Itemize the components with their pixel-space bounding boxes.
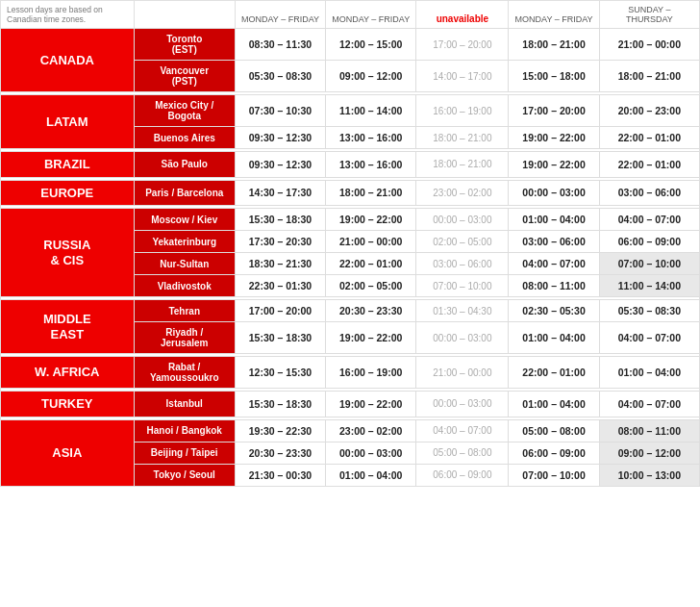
- time-t2: 19:00 – 22:00: [326, 392, 416, 417]
- time-t3: 19:00 – 22:00: [509, 152, 599, 178]
- time-t3: 08:00 – 11:00: [509, 275, 599, 297]
- city-cell: Nur-Sultan: [134, 253, 235, 275]
- time-t4: 04:00 – 07:00: [599, 209, 699, 231]
- time-t3: 02:30 – 05:30: [509, 300, 599, 322]
- time-t4: 09:00 – 12:00: [599, 442, 699, 464]
- time-t1: 07:30 – 10:30: [235, 95, 325, 127]
- time-t3: 06:00 – 09:00: [509, 442, 599, 464]
- city-cell: Rabat / Yamoussoukro: [134, 357, 235, 389]
- time-t3: 19:00 – 22:00: [509, 127, 599, 149]
- time-t2: 11:00 – 14:00: [326, 95, 416, 127]
- time-t4: 01:00 – 04:00: [599, 357, 699, 389]
- time-unavailable: 17:00 – 20:00: [416, 29, 509, 61]
- time-t4: 04:00 – 07:00: [599, 322, 699, 354]
- header-row: Lesson days are based on Canadian time z…: [1, 1, 700, 29]
- time-t2: 13:00 – 16:00: [326, 152, 416, 178]
- table-row: TURKEYIstanbul15:30 – 18:3019:00 – 22:00…: [1, 392, 700, 417]
- time-t1: 09:30 – 12:30: [235, 127, 325, 149]
- time-t2: 18:00 – 21:00: [326, 180, 416, 206]
- time-unavailable: 16:00 – 19:00: [416, 95, 509, 127]
- time-t4: 03:00 – 06:00: [599, 180, 699, 206]
- time-unavailable: 02:00 – 05:00: [416, 231, 509, 253]
- city-cell: Tehran: [134, 300, 235, 322]
- time-t1: 14:30 – 17:30: [235, 180, 325, 206]
- header-col2: MONDAY – FRIDAY: [326, 1, 416, 29]
- city-cell: Vancouver (PST): [134, 61, 235, 92]
- time-unavailable: 06:00 – 09:00: [416, 464, 509, 486]
- city-cell: São Paulo: [134, 152, 235, 178]
- table-row: BRAZILSão Paulo09:30 – 12:3013:00 – 16:0…: [1, 152, 700, 178]
- time-t4: 06:00 – 09:00: [599, 231, 699, 253]
- table-row: MIDDLE EASTTehran17:00 – 20:0020:30 – 23…: [1, 300, 700, 322]
- time-t2: 22:00 – 01:00: [326, 253, 416, 275]
- time-unavailable: 14:00 – 17:00: [416, 61, 509, 92]
- time-t4: 22:00 – 01:00: [599, 127, 699, 149]
- time-unavailable: 21:00 – 00:00: [416, 357, 509, 389]
- time-unavailable: 00:00 – 03:00: [416, 322, 509, 354]
- time-t3: 01:00 – 04:00: [509, 209, 599, 231]
- region-cell: LATAM: [1, 95, 135, 149]
- time-t3: 00:00 – 03:00: [509, 180, 599, 206]
- region-cell: MIDDLE EAST: [1, 300, 135, 354]
- header-col4: MONDAY – FRIDAY: [509, 1, 599, 29]
- time-t2: 16:00 – 19:00: [326, 357, 416, 389]
- time-t1: 21:30 – 00:30: [235, 464, 325, 486]
- time-t3: 07:00 – 10:00: [509, 464, 599, 486]
- city-cell: Buenos Aires: [134, 127, 235, 149]
- time-t4: 11:00 – 14:00: [599, 275, 699, 297]
- region-cell: EUROPE: [1, 180, 135, 206]
- time-t3: 01:00 – 04:00: [509, 322, 599, 354]
- table-row: W. AFRICARabat / Yamoussoukro12:30 – 15:…: [1, 357, 700, 389]
- header-col1: MONDAY – FRIDAY: [235, 1, 325, 29]
- time-t2: 09:00 – 12:00: [326, 61, 416, 92]
- time-t1: 09:30 – 12:30: [235, 152, 325, 178]
- time-t3: 03:00 – 06:00: [509, 231, 599, 253]
- table-row: ASIAHanoi / Bangkok19:30 – 22:3023:00 – …: [1, 419, 700, 442]
- city-cell: Istanbul: [134, 392, 235, 417]
- time-t1: 17:00 – 20:00: [235, 300, 325, 322]
- time-t2: 21:00 – 00:00: [326, 231, 416, 253]
- time-unavailable: 18:00 – 21:00: [416, 152, 509, 178]
- time-t1: 08:30 – 11:30: [235, 29, 325, 61]
- time-t4: 21:00 – 00:00: [599, 29, 699, 61]
- time-t2: 19:00 – 22:00: [326, 322, 416, 354]
- header-unavailable: unavailable: [416, 1, 509, 29]
- time-t2: 00:00 – 03:00: [326, 442, 416, 464]
- time-t3: 05:00 – 08:00: [509, 419, 599, 442]
- time-t4: 20:00 – 23:00: [599, 95, 699, 127]
- region-cell: CANADA: [1, 29, 135, 92]
- region-cell: W. AFRICA: [1, 357, 135, 389]
- time-t1: 17:30 – 20:30: [235, 231, 325, 253]
- time-t2: 13:00 – 16:00: [326, 127, 416, 149]
- time-unavailable: 05:00 – 08:00: [416, 442, 509, 464]
- time-t2: 01:00 – 04:00: [326, 464, 416, 486]
- time-t4: 22:00 – 01:00: [599, 152, 699, 178]
- header-city: [134, 1, 235, 29]
- city-cell: Mexico City / Bogota: [134, 95, 235, 127]
- city-cell: Moscow / Kiev: [134, 209, 235, 231]
- time-t3: 15:00 – 18:00: [509, 61, 599, 92]
- table-row: RUSSIA & CISMoscow / Kiev15:30 – 18:3019…: [1, 209, 700, 231]
- time-t1: 22:30 – 01:30: [235, 275, 325, 297]
- schedule-table: Lesson days are based on Canadian time z…: [0, 0, 700, 487]
- time-t1: 15:30 – 18:30: [235, 322, 325, 354]
- time-unavailable: 04:00 – 07:00: [416, 419, 509, 442]
- header-col5: SUNDAY – THURSDAY: [599, 1, 699, 29]
- region-cell: BRAZIL: [1, 152, 135, 178]
- city-cell: Riyadh / Jerusalem: [134, 322, 235, 354]
- time-t4: 10:00 – 13:00: [599, 464, 699, 486]
- time-t3: 01:00 – 04:00: [509, 392, 599, 417]
- time-unavailable: 23:00 – 02:00: [416, 180, 509, 206]
- time-t1: 12:30 – 15:30: [235, 357, 325, 389]
- time-t4: 08:00 – 11:00: [599, 419, 699, 442]
- time-t3: 04:00 – 07:00: [509, 253, 599, 275]
- time-t4: 04:00 – 07:00: [599, 392, 699, 417]
- time-unavailable: 18:00 – 21:00: [416, 127, 509, 149]
- time-t2: 20:30 – 23:30: [326, 300, 416, 322]
- time-unavailable: 00:00 – 03:00: [416, 392, 509, 417]
- time-t4: 18:00 – 21:00: [599, 61, 699, 92]
- time-unavailable: 01:30 – 04:30: [416, 300, 509, 322]
- city-cell: Vladivostok: [134, 275, 235, 297]
- time-t1: 20:30 – 23:30: [235, 442, 325, 464]
- city-cell: Tokyo / Seoul: [134, 464, 235, 486]
